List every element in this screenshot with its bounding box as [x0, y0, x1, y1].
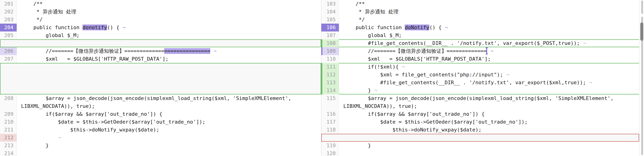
line-number: 204: [0, 24, 17, 31]
line-number: 201: [0, 0, 17, 8]
line-number: 110: [321, 55, 339, 63]
line-text: }: [339, 142, 639, 150]
code-line[interactable]: 116 if($array && $array['out_trade_no'])…: [321, 110, 639, 118]
line-number: 206: [0, 47, 17, 55]
line-text: */: [17, 16, 321, 24]
scrollbar-thumb[interactable]: [640, 22, 643, 41]
scrollbar-inner-thumb[interactable]: [641, 0, 643, 14]
code-line[interactable]: 214: [0, 150, 321, 156]
code-line[interactable]: 212 ¬: [0, 134, 321, 142]
code-text: [487, 48, 490, 54]
line-number: 104: [321, 8, 339, 16]
line-text: * 异步通知 处理: [339, 8, 639, 16]
code-text: }: [21, 143, 49, 148]
code-line[interactable]: 204 public function donotify() { ¬: [0, 24, 321, 31]
code-line[interactable]: 118 $this->doNotify_wxpay($date);: [321, 126, 639, 134]
diff-gap-added: [0, 39, 321, 47]
code-line[interactable]: 213 }: [0, 142, 321, 150]
eol-marker-icon: ¬: [589, 80, 592, 85]
line-text: //=======【微信异步通知验证】=====================…: [17, 47, 321, 55]
code-line[interactable]: 202 * 异步通知 处理: [0, 8, 321, 16]
code-line[interactable]: 110 $xml = $GLOBALS['HTTP_RAW_POST_DATA'…: [321, 55, 639, 63]
line-number: 103: [321, 0, 339, 8]
code-text: * 异步通知 处理: [343, 9, 398, 14]
code-line[interactable]: 205 global $_M;: [0, 31, 321, 39]
code-text: /**: [21, 1, 43, 7]
code-text: global $_M;: [21, 32, 80, 38]
line-number: 213: [0, 142, 17, 150]
line-text: $xml = $GLOBALS['HTTP_RAW_POST_DATA'];: [17, 55, 321, 63]
scrollbar-track[interactable]: [639, 0, 644, 156]
line-text: /**: [17, 0, 321, 8]
code-line[interactable]: 107 global $_M;: [321, 31, 639, 39]
line-text: public function donotify() { ¬: [17, 24, 321, 31]
code-text: $this->doNotify_wxpay($date);: [343, 127, 482, 133]
line-text: ¬: [17, 134, 321, 142]
code-line[interactable]: 209 if($array && $array['out_trade_no'])…: [0, 110, 321, 118]
eol-marker-icon: ¬: [583, 40, 586, 46]
line-text: $xml = $GLOBALS['HTTP_RAW_POST_DATA'];: [339, 55, 639, 63]
line-text: */: [339, 16, 639, 24]
code-text: () {: [429, 24, 445, 30]
code-line[interactable]: 103 /**: [321, 0, 639, 8]
code-line[interactable]: 201 /**: [0, 0, 321, 8]
code-line[interactable]: 206 //=======【微信异步通知验证】=================…: [0, 47, 321, 55]
code-line[interactable]: 210 $date = $this->GetOeder($array['out_…: [0, 118, 321, 126]
line-text: if(!$xml){ ¬: [339, 63, 639, 71]
code-line[interactable]: 104 * 异步通知 处理: [321, 8, 639, 16]
line-text: $this->doNotify_wxpay($date);: [339, 126, 639, 134]
code-text: //=======【微信异步通知验证】=============: [21, 48, 164, 54]
code-line[interactable]: 203 */: [0, 16, 321, 24]
code-line[interactable]: 106 public function doNotify() { ¬: [321, 24, 639, 31]
line-text: #file_get_contents(__DIR__ . '/notify.tx…: [339, 39, 639, 47]
code-line[interactable]: 109 //=======【微信异步通知验证】============= ¬: [321, 47, 639, 55]
changed-token: donotify: [82, 24, 107, 30]
eol-marker-icon: ¬: [490, 48, 493, 54]
code-line[interactable]: 207 $xml = $GLOBALS['HTTP_RAW_POST_DATA'…: [0, 55, 321, 63]
line-number: 112: [321, 71, 339, 79]
code-line[interactable]: 211 $this->doNotify_wxpay($date);: [0, 126, 321, 134]
code-text: }: [343, 88, 374, 93]
code-line[interactable]: 105 */: [321, 16, 639, 24]
line-number: 116: [321, 110, 339, 118]
code-text: $xml = $GLOBALS['HTTP_RAW_POST_DATA'];: [21, 56, 168, 62]
code-text: $date = $this->GetOeder($array['out_trad…: [343, 119, 528, 125]
code-text: $this->doNotify_wxpay($date);: [21, 127, 159, 133]
eol-marker-icon: ¬: [213, 48, 216, 54]
line-text: * 异步通知 处理: [17, 8, 321, 16]
line-text: /**: [339, 0, 639, 8]
text-cursor: [486, 48, 487, 54]
code-line[interactable]: 111 if(!$xml){ ¬: [321, 63, 639, 71]
eol-marker-icon: ¬: [402, 64, 405, 70]
code-line[interactable]: 115 $array = json_decode(json_encode(sim…: [321, 94, 639, 110]
code-line[interactable]: 112 $xml = file_get_contents("php://inpu…: [321, 71, 639, 79]
code-line[interactable]: 208 $array = json_decode(json_encode(sim…: [0, 94, 321, 110]
code-line[interactable]: 119 }: [321, 142, 639, 150]
line-number: 208: [0, 94, 17, 110]
code-line[interactable]: 113 #file_get_contents(__DIR__ . '/notif…: [321, 79, 639, 87]
line-number: 207: [0, 55, 17, 63]
eol-marker-icon: ¬: [374, 88, 377, 93]
code-line[interactable]: 120: [321, 150, 639, 156]
line-text: $array = json_decode(json_encode(simplex…: [17, 94, 321, 110]
line-number: 205: [0, 31, 17, 39]
line-number: 212: [0, 134, 17, 142]
line-number: 113: [321, 79, 339, 87]
line-number: 114: [321, 87, 339, 94]
code-text: #file_get_contents(__DIR__ . '/notify.tx…: [343, 40, 583, 46]
line-number: 107: [321, 31, 339, 39]
code-line[interactable]: 114 } ¬: [321, 87, 639, 94]
code-line[interactable]: 108 #file_get_contents(__DIR__ . '/notif…: [321, 39, 639, 47]
code-text: $date = $this->GetOeder($array['out_trad…: [21, 119, 206, 125]
line-number: 111: [321, 63, 339, 71]
code-text: if($array && $array['out_trade_no']) {: [21, 111, 162, 117]
line-text: [339, 150, 639, 156]
line-text: $date = $this->GetOeder($array['out_trad…: [17, 118, 321, 126]
code-text: [21, 135, 58, 141]
line-text: } ¬: [339, 87, 639, 94]
code-text: () {: [107, 24, 122, 30]
diff-gap-removed: [321, 134, 639, 142]
code-text: $array = json_decode(json_encode(simplex…: [343, 95, 617, 109]
code-text: if($array && $array['out_trade_no']) {: [343, 111, 484, 117]
code-line[interactable]: 117 $date = $this->GetOeder($array['out_…: [321, 118, 639, 126]
